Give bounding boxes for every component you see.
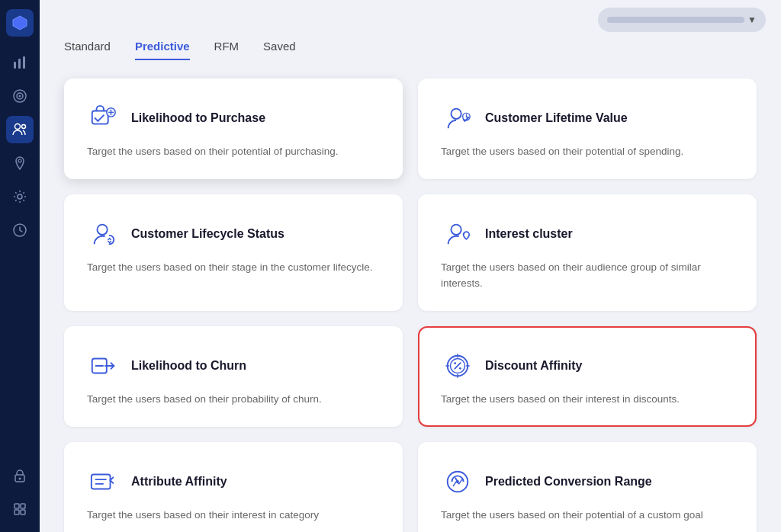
tab-saved[interactable]: Saved	[263, 40, 296, 60]
svg-point-8	[22, 125, 26, 129]
svg-point-7	[15, 124, 21, 130]
users-sidebar-icon[interactable]	[6, 116, 34, 143]
cards-grid: Likelihood to Purchase Target the users …	[64, 79, 757, 532]
svg-point-13	[19, 478, 21, 480]
card-title: Customer Lifecycle Status	[131, 227, 284, 241]
card-header: Predicted Conversion Range	[441, 465, 734, 498]
svg-marker-0	[13, 16, 27, 30]
card-title: Discount Affinity	[485, 359, 582, 373]
lifecycle-icon	[87, 217, 121, 251]
card-header: Discount Affinity	[441, 349, 734, 383]
card-customer-lifetime-value[interactable]: Customer Lifetime Value Target the users…	[418, 79, 757, 179]
main-content: ▼ Standard Predictive RFM Saved	[40, 0, 781, 532]
svg-rect-30	[92, 475, 111, 489]
card-description: Target the users based on their probabil…	[87, 392, 380, 407]
svg-rect-1	[14, 62, 16, 69]
svg-point-23	[97, 225, 107, 235]
card-discount-affinity[interactable]: Discount Affinity Target the users based…	[418, 326, 757, 427]
grid-sidebar-icon[interactable]	[6, 495, 34, 523]
sidebar	[0, 0, 40, 532]
card-description: Target the users based on their potentia…	[441, 144, 734, 159]
card-predicted-conversion-range[interactable]: Predicted Conversion Range Target the us…	[418, 442, 757, 532]
card-customer-lifecycle-status[interactable]: Customer Lifecycle Status Target the use…	[64, 194, 403, 311]
card-title: Interest cluster	[485, 227, 573, 241]
attribute-icon	[87, 465, 121, 498]
svg-point-29	[459, 367, 461, 370]
purchase-icon	[87, 101, 121, 135]
card-attribute-affinity[interactable]: Attribute Affinity Target the users base…	[64, 442, 403, 532]
card-header: Customer Lifetime Value	[441, 101, 734, 135]
card-description: Target the users based on their stage in…	[87, 260, 380, 275]
interest-icon	[441, 217, 474, 251]
card-header: Attribute Affinity	[87, 465, 380, 498]
svg-point-20	[451, 109, 461, 119]
card-title: Likelihood to Churn	[131, 359, 246, 373]
card-likelihood-to-churn[interactable]: Likelihood to Churn Target the users bas…	[64, 326, 403, 427]
svg-point-6	[19, 95, 21, 98]
lock-sidebar-icon[interactable]	[6, 462, 34, 489]
svg-point-9	[18, 159, 21, 162]
card-description: Target the users based on their potentia…	[441, 508, 734, 523]
svg-rect-14	[14, 504, 19, 508]
lifetime-value-icon	[441, 101, 474, 135]
card-title: Customer Lifetime Value	[485, 111, 628, 125]
card-interest-cluster[interactable]: Interest cluster Target the users based …	[418, 194, 757, 311]
tab-predictive[interactable]: Predictive	[135, 40, 190, 60]
tab-rfm[interactable]: RFM	[214, 40, 239, 60]
card-header: Interest cluster	[441, 217, 734, 251]
card-title: Predicted Conversion Range	[485, 475, 652, 489]
header-search-bar[interactable]: ▼	[598, 8, 766, 32]
logo[interactable]	[6, 9, 34, 37]
svg-rect-18	[92, 111, 108, 124]
svg-point-24	[451, 225, 461, 235]
card-description: Target the users based on their interest…	[87, 508, 380, 523]
card-likelihood-to-purchase[interactable]: Likelihood to Purchase Target the users …	[64, 79, 403, 179]
discount-icon	[441, 349, 474, 383]
content-area: Standard Predictive RFM Saved	[40, 40, 781, 532]
settings-sidebar-icon[interactable]	[6, 183, 34, 210]
card-header: Likelihood to Purchase	[87, 101, 380, 135]
location-sidebar-icon[interactable]	[6, 149, 34, 177]
svg-rect-17	[21, 510, 25, 514]
svg-rect-15	[21, 504, 25, 508]
sidebar-bottom	[6, 462, 34, 523]
tabs-bar: Standard Predictive RFM Saved	[64, 40, 757, 60]
header-dropdown-icon[interactable]: ▼	[747, 14, 757, 25]
svg-point-10	[18, 194, 22, 199]
svg-rect-2	[18, 59, 21, 69]
card-title: Attribute Affinity	[131, 475, 227, 489]
card-header: Likelihood to Churn	[87, 349, 380, 383]
churn-icon	[87, 349, 121, 383]
card-description: Target the users based on their audience…	[441, 260, 734, 291]
chart-sidebar-icon[interactable]	[6, 49, 34, 76]
card-header: Customer Lifecycle Status	[87, 217, 380, 251]
card-description: Target the users based on their potentia…	[87, 144, 380, 159]
conversion-icon	[441, 465, 474, 498]
svg-rect-16	[14, 510, 19, 514]
card-title: Likelihood to Purchase	[131, 111, 265, 125]
card-description: Target the users based on their interest…	[441, 392, 734, 407]
header: ▼	[40, 0, 781, 40]
svg-rect-3	[23, 56, 25, 69]
target-sidebar-icon[interactable]	[6, 82, 34, 110]
clock-sidebar-icon[interactable]	[6, 216, 34, 244]
svg-point-28	[454, 362, 456, 364]
tab-standard[interactable]: Standard	[64, 40, 111, 60]
